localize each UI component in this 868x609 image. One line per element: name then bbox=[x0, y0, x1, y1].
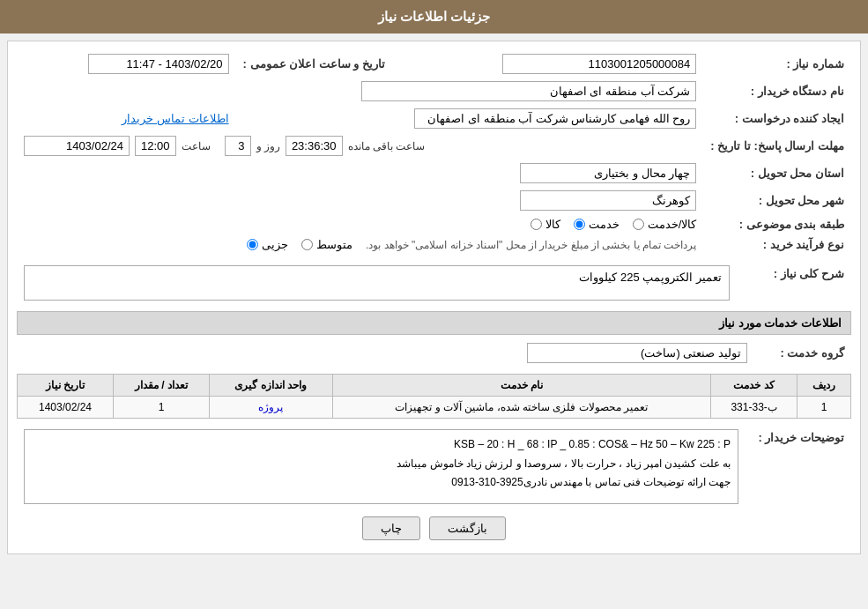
delivery-city-value: کوهرنگ bbox=[520, 190, 696, 211]
delivery-province-label: استان محل تحویل : bbox=[703, 160, 851, 187]
purchase-type-note: پرداخت تمام یا بخشی از مبلغ خریدار از مح… bbox=[366, 239, 696, 251]
service-group-value: تولید صنعتی (ساخت) bbox=[527, 343, 747, 363]
announcement-date-value: 1403/02/20 - 11:47 bbox=[88, 54, 229, 74]
cell-unit: پروژه bbox=[209, 397, 332, 419]
purchase-type-juzyi[interactable]: جزیی bbox=[247, 238, 288, 251]
delivery-city-label: شهر محل تحویل : bbox=[703, 187, 851, 214]
category-kala[interactable]: کالا bbox=[530, 218, 560, 231]
col-service-code: کد خدمت bbox=[711, 375, 798, 397]
buyer-notes-table: توضیحات خریدار : KSB – 20 : H _ 68 : IP … bbox=[17, 426, 851, 508]
page-header: جزئیات اطلاعات نیاز bbox=[0, 0, 868, 33]
col-unit: واحد اندازه گیری bbox=[209, 375, 332, 397]
purchase-type-mutawasit[interactable]: متوسط bbox=[301, 238, 352, 251]
buttons-row: بازگشت چاپ bbox=[17, 516, 851, 540]
services-section-title: اطلاعات خدمات مورد نیاز bbox=[17, 311, 851, 335]
page-title: جزئیات اطلاعات نیاز bbox=[378, 9, 490, 24]
cell-service-code: ب-33-331 bbox=[711, 397, 798, 419]
service-group-label: گروه خدمت : bbox=[754, 339, 851, 367]
announcement-date-label: تاریخ و ساعت اعلان عمومی : bbox=[236, 50, 392, 78]
print-button[interactable]: چاپ bbox=[362, 516, 420, 540]
description-label: شرح کلی نیاز : bbox=[737, 262, 851, 304]
date-value: 1403/02/24 bbox=[24, 136, 130, 156]
description-table: شرح کلی نیاز : تعمیر الکتروپمپ 225 کیلوو… bbox=[17, 262, 851, 304]
description-value: تعمیر الکتروپمپ 225 کیلووات bbox=[24, 265, 730, 301]
time-value: 12:00 bbox=[135, 136, 176, 156]
need-number-label: شماره نیاز : bbox=[703, 50, 851, 78]
category-radio-group: کالا/خدمت خدمت کالا bbox=[24, 218, 696, 231]
hours-remaining-label: ساعت باقی مانده bbox=[348, 140, 426, 152]
category-kala-khidmat[interactable]: کالا/خدمت bbox=[633, 218, 697, 231]
delivery-province-value: چهار محال و بختیاری bbox=[520, 163, 696, 183]
category-label: طبقه بندی موضوعی : bbox=[703, 214, 851, 234]
cell-quantity: 1 bbox=[114, 397, 210, 419]
buyer-org-label: نام دستگاه خریدار : bbox=[703, 78, 851, 105]
time-label: ساعت bbox=[182, 140, 211, 152]
category-khidmat[interactable]: خدمت bbox=[574, 218, 619, 231]
service-group-table: گروه خدمت : تولید صنعتی (ساخت) bbox=[17, 339, 851, 367]
buyer-org-value: شرکت آب منطقه ای اصفهان bbox=[361, 81, 696, 101]
days-value: 3 bbox=[225, 136, 251, 156]
cell-date: 1403/02/24 bbox=[18, 397, 114, 419]
countdown-value: 23:36:30 bbox=[286, 136, 343, 156]
col-date: تاریخ نیاز bbox=[18, 375, 114, 397]
purchase-type-label: نوع فرآیند خرید : bbox=[703, 234, 851, 255]
buyer-notes-label: توضیحات خریدار : bbox=[746, 426, 851, 508]
need-number-value: 1103001205000084 bbox=[502, 54, 696, 74]
main-content: شماره نیاز : 1103001205000084 تاریخ و سا… bbox=[7, 41, 861, 554]
creator-value: روح الله فهامی کارشناس شرکت آب منطقه ای … bbox=[414, 108, 696, 129]
services-table-header-row: ردیف کد خدمت نام خدمت واحد اندازه گیری ت… bbox=[18, 375, 851, 397]
services-table: ردیف کد خدمت نام خدمت واحد اندازه گیری ت… bbox=[17, 374, 851, 419]
contact-link[interactable]: اطلاعات تماس خریدار bbox=[122, 112, 228, 125]
table-row: 1 ب-33-331 تعمیر محصولات فلزی ساخته شده،… bbox=[18, 397, 851, 419]
purchase-type-radio-group: پرداخت تمام یا بخشی از مبلغ خریدار از مح… bbox=[24, 238, 696, 251]
page-wrapper: جزئیات اطلاعات نیاز شماره نیاز : 1103001… bbox=[0, 0, 868, 554]
col-row-number: ردیف bbox=[798, 375, 851, 397]
back-button[interactable]: بازگشت bbox=[429, 516, 506, 540]
cell-service-name: تعمیر محصولات فلزی ساخته شده، ماشین آلات… bbox=[332, 397, 711, 419]
col-service-name: نام خدمت bbox=[332, 375, 711, 397]
creator-label: ایجاد کننده درخواست : bbox=[703, 105, 851, 132]
info-table: شماره نیاز : 1103001205000084 تاریخ و سا… bbox=[17, 50, 851, 255]
cell-row-number: 1 bbox=[798, 397, 851, 419]
send-deadline-label: مهلت ارسال پاسخ: تا تاریخ : bbox=[703, 132, 851, 160]
buyer-notes-value: KSB – 20 : H _ 68 : IP _ 0.85 : COS& – H… bbox=[24, 429, 738, 504]
col-quantity: تعداد / مقدار bbox=[114, 375, 210, 397]
days-label: روز و bbox=[256, 140, 280, 152]
